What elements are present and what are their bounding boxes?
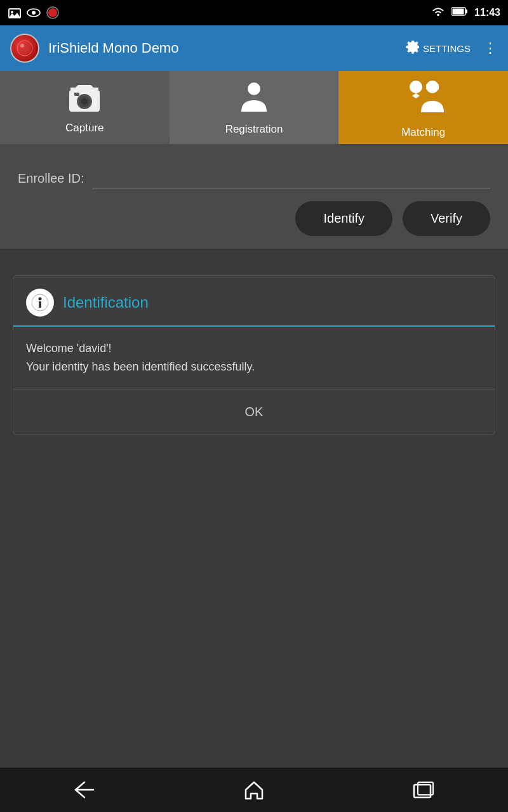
dialog-message-line2: Your identity has been identified succes… [26,360,255,373]
svg-rect-10 [465,10,467,13]
eye-icon [27,6,41,20]
settings-gear-icon [405,41,419,56]
tab-registration-label: Registration [225,123,283,136]
svg-point-20 [248,82,260,95]
couple-icon [401,77,446,122]
tab-registration[interactable]: Registration [170,71,339,144]
status-bar-right: 11:43 [431,6,500,20]
app-bar-right: SETTINGS ⋮ [405,40,498,56]
settings-label: SETTINGS [423,43,471,54]
identify-button[interactable]: Identify [295,201,392,236]
dialog-alert-icon [26,289,54,317]
dialog-message-line1: Welcome 'david'! [26,342,112,355]
verify-button[interactable]: Verify [403,201,490,236]
dialog-message: Welcome 'david'! Your identity has been … [26,339,482,376]
tab-matching-label: Matching [401,126,445,139]
svg-point-25 [39,298,42,301]
svg-point-5 [32,11,36,15]
enrollee-id-label: Enrollee ID: [18,171,84,186]
wifi-icon [431,6,445,20]
nav-back-button[interactable] [65,777,104,802]
nav-recents-button[interactable] [404,777,443,802]
svg-marker-22 [412,93,420,98]
battery-icon [451,7,468,18]
dialog-body: Welcome 'david'! Your identity has been … [13,327,495,390]
svg-rect-26 [39,301,41,308]
bottom-nav-bar [0,768,508,812]
tab-bar: Capture Registration [0,71,508,144]
app-bar-left: IriShield Mono Demo [10,34,178,63]
dialog-actions: OK [13,390,495,435]
enrollee-id-input[interactable] [92,168,491,188]
nav-home-button[interactable] [235,777,273,802]
dialog-backdrop: Identification Welcome 'david'! Your ide… [0,250,508,448]
svg-point-8 [437,14,439,16]
svg-rect-19 [74,93,79,96]
status-bar: 11:43 [0,0,508,25]
identification-dialog: Identification Welcome 'david'! Your ide… [13,275,495,435]
app-title: IriShield Mono Demo [48,40,178,56]
camera-icon [64,81,105,118]
dialog-title: Identification [63,294,149,311]
tab-capture[interactable]: Capture [0,71,170,144]
content-area: Enrollee ID: Identify Verify [0,144,508,249]
dialog-ok-button[interactable]: OK [220,400,289,424]
svg-point-21 [410,81,422,93]
time-display: 11:43 [474,7,500,18]
tab-matching[interactable]: Matching [338,71,508,144]
svg-point-18 [81,98,88,105]
enrollee-id-row: Enrollee ID: [13,157,495,196]
svg-rect-11 [453,9,464,15]
settings-button[interactable]: SETTINGS [405,41,471,56]
record-icon [46,6,60,20]
svg-point-3 [11,11,13,13]
svg-point-7 [48,8,57,17]
status-bar-left [8,6,60,20]
dialog-header: Identification [13,276,495,327]
app-logo [10,34,39,63]
svg-point-14 [20,44,24,48]
app-bar: IriShield Mono Demo SETTINGS ⋮ [0,25,508,71]
gallery-icon [8,6,22,20]
person-icon [236,80,272,119]
svg-marker-2 [9,13,20,18]
tab-capture-label: Capture [65,122,104,134]
more-options-icon[interactable]: ⋮ [483,40,498,56]
action-button-row: Identify Verify [13,196,495,249]
